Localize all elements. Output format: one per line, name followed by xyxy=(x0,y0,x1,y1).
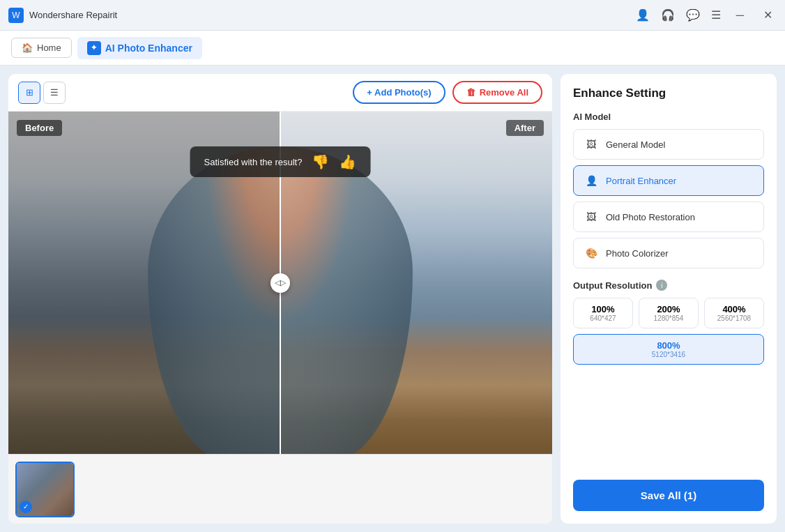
thumbnail-strip: ✓ xyxy=(8,454,552,524)
after-label: After xyxy=(506,120,544,136)
resolution-section: Output Resolution i 100% 640*427 200% 12… xyxy=(573,280,764,365)
thumbnail-check: ✓ xyxy=(20,501,32,513)
tab-label: AI Photo Enhancer xyxy=(105,43,192,54)
res-400-dims: 2560*1708 xyxy=(709,314,759,322)
ai-model-label: AI Model xyxy=(573,112,764,122)
res-800-pct: 800% xyxy=(578,340,759,351)
title-bar-controls: 👤 🎧 💬 ☰ ─ ✕ xyxy=(636,7,777,23)
res-200-dims: 1280*854 xyxy=(643,314,694,322)
resolution-grid: 100% 640*427 200% 1280*854 400% 2560*170… xyxy=(573,298,764,328)
list-view-toggle[interactable]: ☰ xyxy=(43,82,66,104)
nav-bar: 🏠 Home ✦ AI Photo Enhancer xyxy=(0,31,785,66)
tab-icon: ✦ xyxy=(87,41,101,55)
satisfaction-text: Satisfied with the result? xyxy=(204,157,303,167)
ai-model-section: AI Model 🖼 General Model 👤 Portrait Enha… xyxy=(573,112,764,268)
toolbar: ⊞ ☰ + Add Photo(s) 🗑 Remove All xyxy=(8,74,552,112)
model-option-old-photo[interactable]: 🖼 Old Photo Restoration xyxy=(573,202,764,232)
model-option-portrait[interactable]: 👤 Portrait Enhancer xyxy=(573,165,764,196)
resolution-400[interactable]: 400% 2560*1708 xyxy=(704,298,764,328)
menu-icon[interactable]: ☰ xyxy=(711,8,721,22)
general-model-label: General Model xyxy=(606,139,665,150)
left-panel: ⊞ ☰ + Add Photo(s) 🗑 Remove All xyxy=(8,74,552,524)
panel-title: Enhance Setting xyxy=(573,86,764,100)
res-100-dims: 640*427 xyxy=(578,314,628,322)
title-bar-left: W Wondershare Repairit xyxy=(8,8,117,23)
before-label: Before xyxy=(17,120,62,136)
resolution-label: Output Resolution xyxy=(573,280,652,291)
ai-models-list: 🖼 General Model 👤 Portrait Enhancer 🖼 Ol… xyxy=(573,129,764,268)
close-button[interactable]: ✕ xyxy=(759,7,777,23)
toolbar-buttons: + Add Photo(s) 🗑 Remove All xyxy=(353,81,542,104)
colorizer-model-icon: 🎨 xyxy=(584,245,599,261)
thumbnail-item[interactable]: ✓ xyxy=(15,462,75,517)
home-icon: 🏠 xyxy=(22,43,33,53)
resolution-200[interactable]: 200% 1280*854 xyxy=(639,298,699,328)
title-bar: W Wondershare Repairit 👤 🎧 💬 ☰ ─ ✕ xyxy=(0,0,785,31)
res-100-pct: 100% xyxy=(578,304,628,314)
right-panel: Enhance Setting AI Model 🖼 General Model… xyxy=(561,74,777,524)
main-content: ⊞ ☰ + Add Photo(s) 🗑 Remove All xyxy=(0,66,785,532)
res-800-dims: 5120*3416 xyxy=(578,351,759,358)
home-label: Home xyxy=(37,43,61,53)
resolution-800[interactable]: 800% 5120*3416 xyxy=(573,334,764,365)
portrait-model-icon: 👤 xyxy=(584,173,599,188)
resolution-100[interactable]: 100% 640*427 xyxy=(573,298,633,328)
minimize-button[interactable]: ─ xyxy=(732,8,748,23)
save-all-button[interactable]: Save All (1) xyxy=(573,480,764,511)
old-photo-model-icon: 🖼 xyxy=(584,209,599,225)
view-toggles: ⊞ ☰ xyxy=(18,82,66,104)
remove-all-label: Remove All xyxy=(480,87,528,98)
add-photos-button[interactable]: + Add Photo(s) xyxy=(353,81,445,104)
res-200-pct: 200% xyxy=(643,304,694,314)
app-icon: W xyxy=(8,8,24,23)
thumbs-up-icon[interactable]: 👍 xyxy=(339,153,356,170)
portrait-model-label: Portrait Enhancer xyxy=(606,176,676,186)
thumbs-down-icon[interactable]: 👎 xyxy=(312,153,329,170)
home-button[interactable]: 🏠 Home xyxy=(11,38,72,58)
resolution-header: Output Resolution i xyxy=(573,280,764,291)
info-icon[interactable]: i xyxy=(656,280,667,291)
satisfaction-popup: Satisfied with the result? 👎 👍 xyxy=(190,146,371,177)
grid-view-toggle[interactable]: ⊞ xyxy=(18,82,40,104)
trash-icon: 🗑 xyxy=(466,87,475,98)
headset-icon[interactable]: 🎧 xyxy=(661,8,675,22)
res-400-pct: 400% xyxy=(709,304,759,314)
grid-icon: ⊞ xyxy=(26,87,33,98)
model-option-general[interactable]: 🖼 General Model xyxy=(573,129,764,160)
photo-canvas: Before After Satisfied with the result? … xyxy=(8,112,552,454)
old-photo-model-label: Old Photo Restoration xyxy=(606,212,695,222)
general-model-icon: 🖼 xyxy=(584,137,599,152)
app-title: Wondershare Repairit xyxy=(29,10,117,20)
active-tab[interactable]: ✦ AI Photo Enhancer xyxy=(77,37,202,59)
colorizer-model-label: Photo Colorizer xyxy=(606,248,669,259)
chat-icon[interactable]: 💬 xyxy=(686,8,700,22)
remove-all-button[interactable]: 🗑 Remove All xyxy=(452,81,542,104)
list-icon: ☰ xyxy=(50,87,59,98)
photo-area: Before After Satisfied with the result? … xyxy=(8,112,552,454)
model-option-colorizer[interactable]: 🎨 Photo Colorizer xyxy=(573,238,764,268)
account-icon[interactable]: 👤 xyxy=(636,8,650,22)
slider-handle[interactable]: ◁▷ xyxy=(270,273,290,293)
